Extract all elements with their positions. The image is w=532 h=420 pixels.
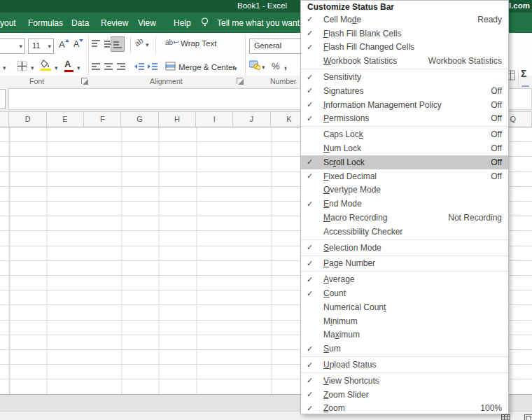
window-title: Book1 - Excel xyxy=(237,1,287,10)
font-color-button[interactable]: A xyxy=(64,59,71,69)
menu-item-label: Average xyxy=(323,274,502,284)
orientation-button[interactable]: ab xyxy=(133,36,145,48)
tab-data[interactable]: Data xyxy=(71,18,89,28)
bottom-align-button-selected[interactable] xyxy=(111,36,125,52)
menu-item-sum[interactable]: ✓Sum xyxy=(301,342,508,356)
menu-item-cell-mode[interactable]: ✓Cell ModeReady xyxy=(301,13,508,27)
align-left-button[interactable] xyxy=(91,62,101,74)
name-box[interactable] xyxy=(0,89,6,109)
decrease-indent-button[interactable] xyxy=(134,62,145,74)
menu-item-value: Workbook Statistics xyxy=(428,56,502,66)
menu-item-caps-lock[interactable]: Caps LockOff xyxy=(301,127,508,141)
chevron-down-icon: ▾ xyxy=(19,43,22,50)
tab-formulas[interactable]: Formulas xyxy=(28,18,63,28)
checkmark-icon: ✓ xyxy=(307,243,323,252)
accounting-format-button[interactable] xyxy=(249,60,260,72)
menu-item-value: Off xyxy=(491,130,502,139)
column-header-i[interactable]: I xyxy=(196,112,233,127)
menu-item-flash-fill-blank-cells[interactable]: ✓Flash Fill Blank Cells xyxy=(301,27,508,41)
menu-item-zoom-slider[interactable]: ✓Zoom Slider xyxy=(301,388,508,402)
borders-button[interactable] xyxy=(17,61,27,74)
menu-item-flash-fill-changed-cells[interactable]: ✓Flash Fill Changed Cells xyxy=(301,41,508,55)
menu-item-macro-recording[interactable]: Macro RecordingNot Recording xyxy=(301,211,508,225)
checkmark-icon: ✓ xyxy=(307,158,323,167)
menu-item-value: Off xyxy=(491,86,502,96)
menu-item-sensitivity[interactable]: ✓Sensitivity xyxy=(301,70,508,84)
menu-item-label: Overtype Mode xyxy=(323,185,502,195)
checkmark-icon: ✓ xyxy=(307,43,323,52)
menu-item-minimum[interactable]: Minimum xyxy=(301,314,508,328)
status-menu-items: ✓Cell ModeReady✓Flash Fill Blank Cells✓F… xyxy=(301,13,508,415)
chevron-down-icon[interactable]: ▾ xyxy=(55,64,58,71)
menu-item-value: Ready xyxy=(477,15,502,24)
chevron-down-icon[interactable]: ▾ xyxy=(262,64,265,71)
tab-yout[interactable]: yout xyxy=(0,18,16,28)
menu-item-count[interactable]: ✓Count xyxy=(301,286,508,300)
column-header-d[interactable]: D xyxy=(9,112,46,127)
menu-item-label: Cell Mode xyxy=(323,15,477,24)
font-size-combo[interactable]: 11▾ xyxy=(28,38,54,54)
menu-item-selection-mode[interactable]: ✓Selection Mode xyxy=(301,241,508,255)
menu-item-end-mode[interactable]: ✓End Mode xyxy=(301,197,508,211)
menu-item-average[interactable]: ✓Average xyxy=(301,272,508,286)
tab-review[interactable]: Review xyxy=(101,18,128,28)
menu-title: Customize Status Bar xyxy=(301,1,508,13)
menu-item-fixed-decimal[interactable]: ✓Fixed DecimalOff xyxy=(301,169,508,183)
chevron-down-icon[interactable]: ▾ xyxy=(234,65,237,72)
column-header-partial[interactable] xyxy=(0,112,9,127)
menu-item-label: Numerical Count xyxy=(323,302,502,312)
merge-center-button[interactable]: Merge & Center xyxy=(178,63,235,71)
align-center-button[interactable] xyxy=(104,62,113,74)
menu-item-value: Not Recording xyxy=(448,213,502,223)
comma-style-button[interactable]: , xyxy=(284,59,287,71)
column-header-f[interactable]: F xyxy=(84,112,121,127)
increase-font-size-button[interactable]: A xyxy=(59,39,69,50)
menu-item-signatures[interactable]: ✓SignaturesOff xyxy=(301,84,508,98)
autosum-button[interactable]: Σ xyxy=(521,68,526,79)
menu-item-page-number[interactable]: ✓Page Number xyxy=(301,257,508,271)
menu-item-maximum[interactable]: Maximum xyxy=(301,328,508,342)
decrease-font-size-button[interactable]: A xyxy=(74,39,83,49)
account-name: l.com xyxy=(509,1,530,10)
menu-item-scroll-lock[interactable]: ✓Scroll LockOff xyxy=(301,155,508,169)
chevron-down-icon[interactable]: ▾ xyxy=(31,64,34,71)
tab-view[interactable]: View xyxy=(138,18,156,28)
font-name-combo[interactable]: ▾ xyxy=(0,38,25,54)
top-align-button[interactable] xyxy=(91,39,101,51)
menu-item-zoom[interactable]: ✓Zoom100% xyxy=(301,402,508,416)
alignment-dialog-launcher[interactable] xyxy=(237,78,243,84)
column-header-g[interactable]: G xyxy=(121,112,158,127)
column-header-j[interactable]: J xyxy=(233,112,270,127)
menu-separator xyxy=(301,356,508,357)
chevron-down-icon[interactable]: ▾ xyxy=(146,41,149,48)
align-right-button[interactable] xyxy=(116,62,126,74)
menu-item-upload-status[interactable]: ✓Upload Status xyxy=(301,358,508,372)
column-header-h[interactable]: H xyxy=(159,112,196,127)
wrap-text-button[interactable]: Wrap Text xyxy=(181,39,216,48)
menu-item-workbook-statistics[interactable]: Workbook StatisticsWorkbook Statistics xyxy=(301,54,508,68)
menu-separator xyxy=(301,372,508,373)
font-dialog-launcher[interactable] xyxy=(81,78,88,84)
menu-item-permissions[interactable]: ✓PermissionsOff xyxy=(301,112,508,126)
fill-color-button[interactable] xyxy=(41,59,52,71)
increase-indent-button[interactable] xyxy=(148,62,158,74)
fill-color-swatch xyxy=(41,69,51,71)
menu-item-label: Sum xyxy=(323,344,502,354)
checkmark-icon: ✓ xyxy=(307,86,323,95)
checkmark-icon: ✓ xyxy=(307,275,323,284)
menu-item-num-lock[interactable]: Num LockOff xyxy=(301,141,508,155)
page-layout-view-icon[interactable] xyxy=(524,412,532,420)
tab-help[interactable]: Help xyxy=(174,18,191,28)
underline-dropdown[interactable]: ▾ xyxy=(3,64,6,71)
menu-item-view-shortcuts[interactable]: ✓View Shortcuts xyxy=(301,374,508,388)
menu-item-information-management-policy[interactable]: ✓Information Management PolicyOff xyxy=(301,98,508,112)
menu-item-label: Flash Fill Blank Cells xyxy=(323,29,502,38)
menu-item-overtype-mode[interactable]: Overtype Mode xyxy=(301,183,508,197)
column-header-e[interactable]: E xyxy=(47,112,84,127)
percent-style-button[interactable]: % xyxy=(272,61,280,71)
menu-separator xyxy=(301,271,508,272)
menu-item-numerical-count[interactable]: Numerical Count xyxy=(301,300,508,314)
menu-separator xyxy=(301,255,508,256)
menu-item-accessibility-checker[interactable]: Accessibility Checker xyxy=(301,225,508,239)
chevron-down-icon[interactable]: ▾ xyxy=(77,64,80,71)
